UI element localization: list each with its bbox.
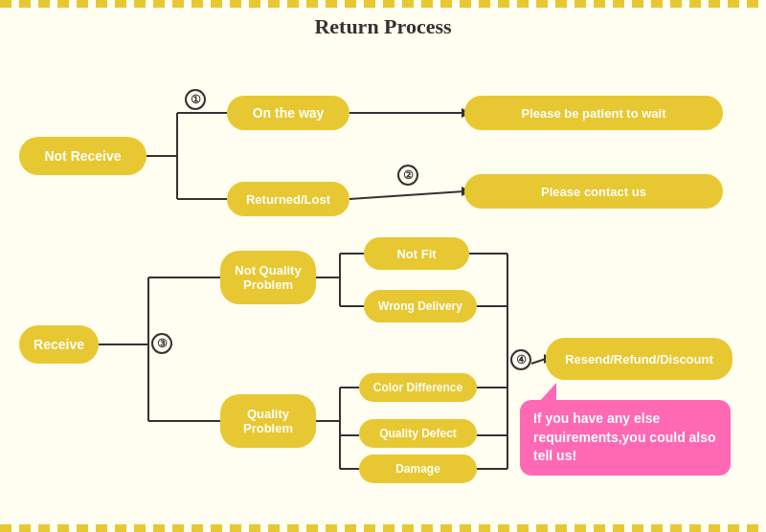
top-border [0,0,766,8]
not-quality-node: Not Quality Problem [220,251,316,304]
not-fit-node: Not Fit [364,237,469,270]
bottom-border [0,524,766,532]
resend-node: Resend/Refund/Discount [546,338,732,380]
color-diff-node: Color Difference [359,373,477,402]
receive-node: Receive [19,325,99,364]
speech-bubble: If you have any else requirements,you co… [520,400,731,476]
not-receive-node: Not Receive [19,137,146,175]
damage-node: Damage [359,454,477,483]
contact-us-node: Please contact us [464,174,723,209]
badge-1: ① [185,89,206,110]
returned-lost-node: Returned/Lost [227,182,349,216]
patient-wait-node: Please be patient to wait [464,96,723,130]
badge-2: ② [397,165,418,186]
title-bar: Return Process [0,8,766,46]
on-the-way-node: On the way [227,96,349,130]
quality-problem-node: Quality Problem [220,394,316,448]
svg-line-6 [349,191,464,199]
quality-defect-node: Quality Defect [359,419,477,448]
badge-4: ④ [510,349,531,370]
svg-line-28 [531,359,546,364]
page-title: Return Process [314,14,451,39]
wrong-delivery-node: Wrong Delivery [364,290,477,322]
badge-3: ③ [151,333,172,354]
